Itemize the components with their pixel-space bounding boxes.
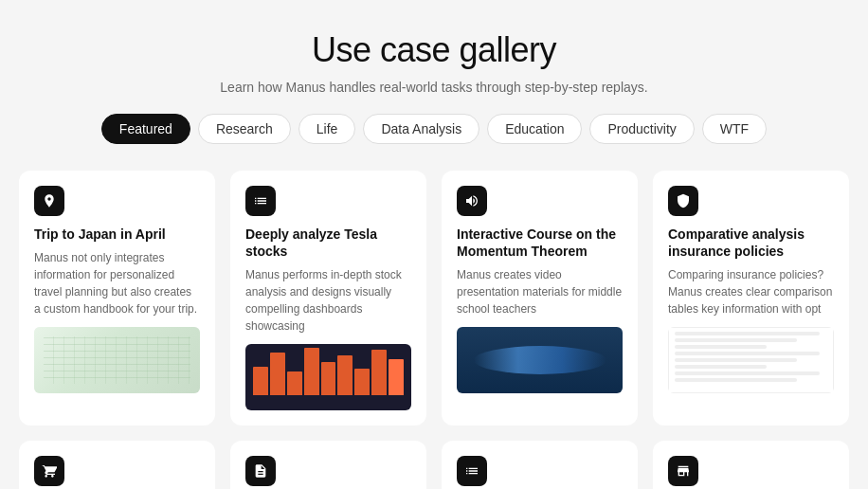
tab-education[interactable]: Education [487,114,582,144]
preview-line-8 [675,378,797,382]
chart-bars [249,348,407,395]
bar-4 [304,348,319,395]
card-icon-online-store [668,456,698,486]
card-momentum-theorem[interactable]: Interactive Course on the Momentum Theor… [442,171,638,426]
card-japan-trip[interactable]: Trip to Japan in April Manus not only in… [19,171,215,426]
card-icon-tesla [245,186,276,216]
card-icon-momentum [457,186,487,216]
preview-line-4 [675,352,820,355]
card-desc-tesla: Manus performs in-depth stock analysis a… [245,266,411,335]
card-icon-japan [34,186,64,216]
card-b2b-sourcing[interactable]: B2B Supplier Sourcing Manus conducts in-… [19,441,215,489]
store-icon [676,463,691,479]
volume-icon [464,193,479,208]
bar-7 [354,369,370,395]
bar-6 [337,355,353,395]
chart-icon [253,193,268,208]
tab-data-analysis[interactable]: Data Analysis [363,114,479,144]
card-yc-companies[interactable]: List of YC Companies We needed a list of… [442,441,638,489]
tab-life[interactable]: Life [298,114,356,144]
cards-row-1: Trip to Japan in April Manus not only in… [19,171,849,426]
card-icon-yc [457,456,487,486]
bar-5 [321,362,336,395]
bar-8 [371,350,387,395]
preview-line-1 [675,332,820,335]
card-preview-japan [34,327,200,393]
card-title-tesla: Deeply analyze Tesla stocks [245,226,411,260]
page-wrapper: Use case gallery Learn how Manus handles… [0,0,868,489]
card-online-store[interactable]: Online store operation analysis [653,441,849,489]
preview-line-3 [675,345,767,349]
shield-icon [676,193,691,208]
card-desc-momentum: Manus creates video presentation materia… [457,266,623,317]
shopping-icon [42,463,57,479]
preview-line-2 [675,338,797,342]
card-preview-tesla [245,344,411,410]
card-icon-amazon [245,456,276,486]
page-title: Use case gallery [19,30,849,70]
header: Use case gallery Learn how Manus handles… [19,30,849,95]
map-icon [42,193,57,208]
wave-visual [474,346,606,374]
document-icon [253,463,268,479]
tab-featured[interactable]: Featured [101,114,190,144]
preview-map-visual [34,327,200,393]
card-icon-insurance [668,186,698,216]
bar-9 [389,359,404,395]
card-desc-japan: Manus not only integrates information fo… [34,249,200,317]
card-title-japan: Trip to Japan in April [34,226,200,243]
preview-line-7 [675,371,820,375]
list-icon [464,463,479,479]
preview-line-5 [675,358,797,362]
tab-wtf[interactable]: WTF [702,114,767,144]
bar-3 [287,371,302,395]
page-subtitle: Learn how Manus handles real-world tasks… [19,80,849,95]
card-desc-insurance: Comparing insurance policies? Manus crea… [668,266,834,317]
card-icon-b2b [34,456,64,486]
tab-research[interactable]: Research [198,114,291,144]
tab-productivity[interactable]: Productivity [589,114,694,144]
preview-line-6 [675,365,767,369]
card-tesla-stocks[interactable]: Deeply analyze Tesla stocks Manus perfor… [230,171,426,426]
card-title-momentum: Interactive Course on the Momentum Theor… [457,226,623,260]
cards-row-2: B2B Supplier Sourcing Manus conducts in-… [19,441,849,489]
card-title-insurance: Comparative analysis insurance policies [668,226,834,260]
tabs-container: Featured Research Life Data Analysis Edu… [19,114,849,144]
card-preview-momentum [457,327,623,393]
card-preview-insurance [668,327,834,393]
bar-2 [270,353,285,395]
preview-insurance-visual [668,327,834,393]
card-insurance[interactable]: Comparative analysis insurance policies … [653,171,849,426]
preview-dashboard-visual [245,344,411,410]
card-amazon-report[interactable]: Analyze Amazon's financial report [230,441,426,489]
preview-course-visual [457,327,623,393]
bar-1 [253,367,268,395]
